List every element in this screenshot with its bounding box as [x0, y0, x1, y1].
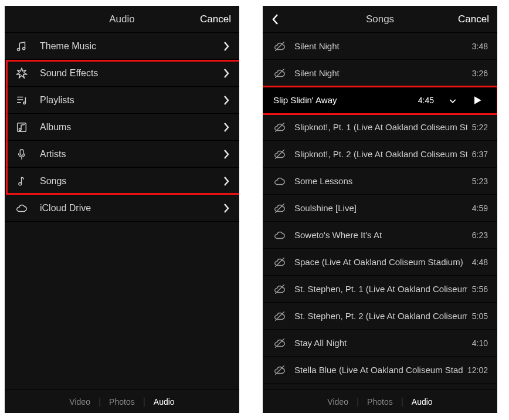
download-button[interactable]: [442, 92, 463, 109]
songs-header: Songs Cancel: [263, 6, 497, 33]
song-duration: 3:48: [472, 42, 488, 51]
category-row-playlists[interactable]: Playlists: [5, 87, 239, 114]
audio-panel: Audio Cancel Theme MusicSound EffectsPla…: [5, 6, 239, 413]
song-row[interactable]: Space (Live At Oakland Coliseum Stadium)…: [263, 249, 497, 276]
song-duration: 5:22: [472, 123, 488, 132]
category-label: Sound Effects: [32, 68, 223, 79]
category-row-icloud-drive[interactable]: iCloud Drive: [5, 195, 239, 222]
burst-icon: [15, 67, 32, 80]
audio-cancel-button[interactable]: Cancel: [200, 13, 231, 25]
song-row[interactable]: Some Lessons5:23: [263, 168, 497, 195]
song-title: Silent Night: [287, 41, 467, 51]
song-title: Stella Blue (Live At Oakland Coliseum St…: [287, 365, 463, 375]
music-note-icon: [15, 40, 32, 53]
song-row[interactable]: Stella Blue (Live At Oakland Coliseum St…: [263, 357, 497, 384]
footer-tab-audio[interactable]: Audio: [145, 397, 183, 407]
song-title: Stay All Night: [287, 338, 467, 348]
cloud-icon: [273, 229, 287, 242]
chevron-right-icon: [223, 94, 230, 106]
chevron-right-icon: [223, 202, 230, 214]
footer-tab-audio[interactable]: Audio: [403, 397, 441, 407]
song-duration: 4:45: [418, 96, 434, 105]
svg-marker-2: [16, 67, 27, 77]
chevron-right-icon: [223, 67, 230, 79]
footer-tab-video[interactable]: Video: [319, 397, 357, 407]
song-duration: 4:10: [472, 338, 488, 348]
svg-point-1: [23, 47, 25, 49]
category-row-artists[interactable]: Artists: [5, 141, 239, 168]
song-title: Space (Live At Oakland Coliseum Stadium): [287, 257, 467, 267]
cloud-off-icon: [273, 40, 287, 53]
mic-icon: [15, 148, 32, 161]
category-label: Playlists: [32, 95, 223, 106]
song-title: Some Lessons: [287, 176, 467, 186]
category-row-albums[interactable]: Albums: [5, 114, 239, 141]
songs-header-title: Songs: [366, 13, 394, 25]
category-row-sound-effects[interactable]: Sound Effects: [5, 60, 239, 87]
single-note-icon: [15, 175, 32, 188]
song-row[interactable]: Soweto's Where It's At6:23: [263, 222, 497, 249]
audio-footer-tabs: Video|Photos|Audio: [5, 389, 239, 413]
song-row[interactable]: Silent Night3:26: [263, 60, 497, 87]
song-title: Slipknot!, Pt. 2 (Live At Oakland Colise…: [287, 149, 467, 159]
song-row[interactable]: Slip Slidin' Away4:45: [263, 87, 497, 114]
footer-tab-video[interactable]: Video: [61, 397, 99, 407]
songs-footer-tabs: Video|Photos|Audio: [263, 389, 497, 413]
song-row[interactable]: Slipknot!, Pt. 2 (Live At Oakland Colise…: [263, 141, 497, 168]
song-title: Soweto's Where It's At: [287, 230, 467, 240]
song-duration: 3:26: [472, 69, 488, 78]
song-row[interactable]: Soulshine [Live]4:59: [263, 195, 497, 222]
song-duration: 6:23: [472, 231, 488, 240]
song-duration: 5:56: [472, 284, 488, 294]
play-button[interactable]: [467, 92, 488, 109]
category-row-theme-music[interactable]: Theme Music: [5, 33, 239, 60]
audio-header: Audio Cancel: [5, 6, 239, 33]
chevron-right-icon: [223, 148, 230, 160]
song-row[interactable]: Slipknot!, Pt. 1 (Live At Oakland Colise…: [263, 114, 497, 141]
song-title: Slip Slidin' Away: [273, 95, 413, 105]
song-row[interactable]: Silent Night3:48: [263, 33, 497, 60]
cloud-off-icon: [273, 148, 287, 161]
category-label: Albums: [32, 122, 223, 133]
cloud-off-icon: [273, 256, 287, 269]
song-duration: 4:48: [472, 258, 488, 267]
category-label: iCloud Drive: [32, 203, 223, 214]
category-label: Artists: [32, 149, 223, 160]
cloud-off-icon: [273, 202, 287, 215]
cloud-off-icon: [273, 364, 287, 377]
chevron-left-icon: [271, 13, 279, 26]
song-title: Soulshine [Live]: [287, 203, 467, 213]
song-duration: 12:02: [467, 365, 488, 375]
song-title: St. Stephen, Pt. 2 (Live At Oakland Coli…: [287, 311, 467, 321]
cloud-off-icon: [273, 337, 287, 350]
songs-panel: Songs Cancel Silent Night3:48Silent Nigh…: [263, 6, 497, 413]
songs-list: Silent Night3:48Silent Night3:26Slip Sli…: [263, 33, 497, 389]
song-duration: 4:59: [472, 204, 488, 213]
category-row-songs[interactable]: Songs: [5, 168, 239, 195]
footer-tab-photos[interactable]: Photos: [101, 397, 143, 407]
chevron-right-icon: [223, 40, 230, 52]
song-duration: 5:05: [472, 311, 488, 321]
song-duration: 5:23: [472, 177, 488, 186]
cloud-off-icon: [273, 310, 287, 323]
song-title: Silent Night: [287, 68, 467, 78]
playlist-icon: [15, 94, 32, 107]
song-actions: [442, 92, 488, 109]
audio-header-title: Audio: [109, 13, 134, 25]
svg-point-0: [17, 48, 19, 50]
song-duration: 6:37: [472, 150, 488, 159]
back-button[interactable]: [271, 13, 279, 26]
category-label: Songs: [32, 176, 223, 187]
song-row[interactable]: St. Stephen, Pt. 2 (Live At Oakland Coli…: [263, 303, 497, 330]
footer-tab-photos[interactable]: Photos: [359, 397, 401, 407]
category-label: Theme Music: [32, 41, 223, 52]
svg-marker-14: [474, 96, 481, 104]
svg-rect-9: [20, 149, 23, 155]
songs-cancel-button[interactable]: Cancel: [458, 13, 489, 25]
chevron-right-icon: [223, 121, 230, 133]
song-title: St. Stephen, Pt. 1 (Live At Oakland Coli…: [287, 284, 467, 294]
song-row[interactable]: Stay All Night4:10: [263, 330, 497, 357]
chevron-right-icon: [223, 175, 230, 187]
song-row[interactable]: St. Stephen, Pt. 1 (Live At Oakland Coli…: [263, 276, 497, 303]
svg-rect-7: [18, 123, 26, 131]
